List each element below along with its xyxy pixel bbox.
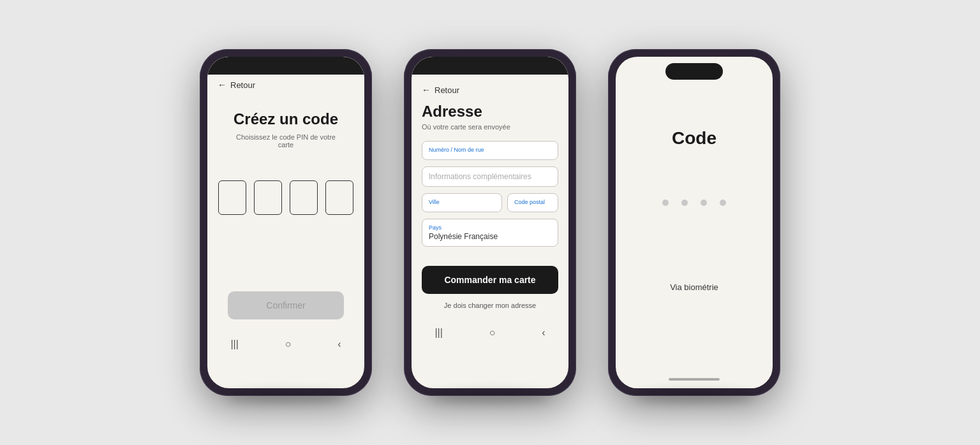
biometrie-label[interactable]: Via biométrie xyxy=(670,282,718,292)
home-bar xyxy=(669,378,720,381)
nav-menu-icon-1[interactable]: ||| xyxy=(230,339,238,350)
back-arrow-2: ← xyxy=(422,85,431,95)
spacer xyxy=(616,305,773,373)
country-value: Polynésie Française xyxy=(429,232,551,241)
nav-menu-icon-2[interactable]: ||| xyxy=(434,327,442,339)
dynamic-island xyxy=(665,63,723,80)
country-label: Pays xyxy=(429,224,551,231)
code-dot-2 xyxy=(681,200,688,206)
notch-bar-1 xyxy=(207,57,364,75)
nav-bar-2: ||| ○ ‹ xyxy=(412,321,568,346)
address-screen: ← Retour Adresse Où votre carte sera env… xyxy=(412,75,568,321)
nav-home-icon-1[interactable]: ○ xyxy=(285,339,292,350)
street-field[interactable]: Numéro / Nom de rue xyxy=(422,141,558,160)
complement-field[interactable]: Informations complémentaires xyxy=(422,166,558,187)
code-dots xyxy=(662,200,726,206)
phone-2: OrangeF 23:09 📶 🔋77% ← Retour Adresse Où… xyxy=(404,49,576,396)
postal-field[interactable]: Code postal xyxy=(507,193,558,212)
nav-home-icon-2[interactable]: ○ xyxy=(489,327,496,339)
home-indicator xyxy=(616,373,773,388)
back-nav-2[interactable]: ← Retour xyxy=(422,80,558,103)
notch-bar-2 xyxy=(412,57,568,75)
complement-placeholder: Informations complémentaires xyxy=(429,172,551,181)
change-address-link[interactable]: Je dois changer mon adresse xyxy=(422,302,558,309)
city-postal-row: Ville Code postal xyxy=(422,193,558,212)
nav-bar-1: ||| ○ ‹ xyxy=(207,332,364,358)
shadow-2 xyxy=(430,391,551,404)
phone-2-screen: OrangeF 23:09 📶 🔋77% ← Retour Adresse Où… xyxy=(412,57,568,388)
code-screen: Code Via biométrie xyxy=(616,90,773,305)
address-subtitle: Où votre carte sera envoyée xyxy=(422,123,558,131)
phone-3-screen: Code Via biométrie xyxy=(616,57,773,388)
code-dot-1 xyxy=(662,200,669,206)
pin-title: Créez un code xyxy=(234,110,338,128)
address-title: Adresse xyxy=(422,103,558,120)
iphone-screen-content: Code Via biométrie xyxy=(616,57,773,388)
back-arrow-1: ← xyxy=(218,80,226,90)
shadow-1 xyxy=(226,391,346,404)
code-dot-4 xyxy=(720,200,726,206)
pin-subtitle: Choisissez le code PIN de votre carte xyxy=(228,133,344,149)
postal-label: Code postal xyxy=(514,199,551,205)
city-field[interactable]: Ville xyxy=(422,193,502,212)
phone-3: Code Via biométrie xyxy=(608,49,780,396)
country-field[interactable]: Pays Polynésie Française xyxy=(422,219,558,247)
pin-box-1[interactable] xyxy=(218,180,246,215)
phone-1: OrangeF 23:09 📶 🔋77% ← Retour Créez un c… xyxy=(200,49,372,396)
street-label: Numéro / Nom de rue xyxy=(429,147,551,153)
shadow-3 xyxy=(634,391,755,404)
back-label-1: Retour xyxy=(230,80,255,90)
code-dot-3 xyxy=(701,200,707,206)
pin-box-4[interactable] xyxy=(325,180,353,215)
pin-box-3[interactable] xyxy=(290,180,318,215)
confirm-button[interactable]: Confirmer xyxy=(228,291,344,319)
pin-screen: Créez un code Choisissez le code PIN de … xyxy=(218,98,354,332)
pin-boxes xyxy=(218,180,353,215)
back-label-2: Retour xyxy=(434,85,459,95)
pin-box-2[interactable] xyxy=(254,180,282,215)
phone-1-screen: OrangeF 23:09 📶 🔋77% ← Retour Créez un c… xyxy=(207,57,364,388)
code-title: Code xyxy=(672,128,716,149)
screen1-content: ← Retour Créez un code Choisissez le cod… xyxy=(207,75,364,332)
order-card-button[interactable]: Commander ma carte xyxy=(422,266,558,294)
city-label: Ville xyxy=(429,199,495,205)
phones-container: OrangeF 23:09 📶 🔋77% ← Retour Créez un c… xyxy=(200,49,780,396)
back-nav-1[interactable]: ← Retour xyxy=(218,75,354,98)
nav-back-icon-1[interactable]: ‹ xyxy=(338,339,341,350)
nav-back-icon-2[interactable]: ‹ xyxy=(542,327,545,339)
